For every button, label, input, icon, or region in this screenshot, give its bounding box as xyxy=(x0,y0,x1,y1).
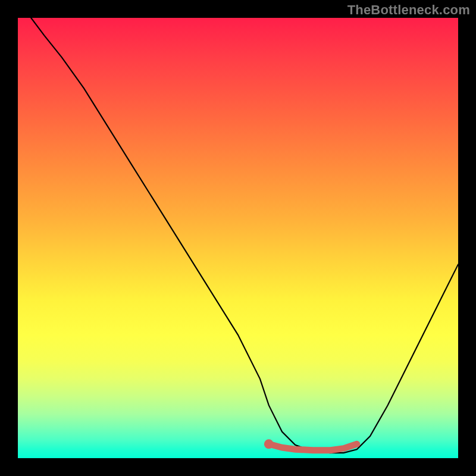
highlight-start-dot xyxy=(264,439,274,449)
chart-frame: TheBottleneck.com xyxy=(0,0,476,476)
main-curve xyxy=(31,18,458,453)
plot-area xyxy=(18,18,458,458)
highlight-segment xyxy=(269,444,357,450)
watermark-text: TheBottleneck.com xyxy=(347,2,470,18)
curve-layer xyxy=(18,18,458,458)
